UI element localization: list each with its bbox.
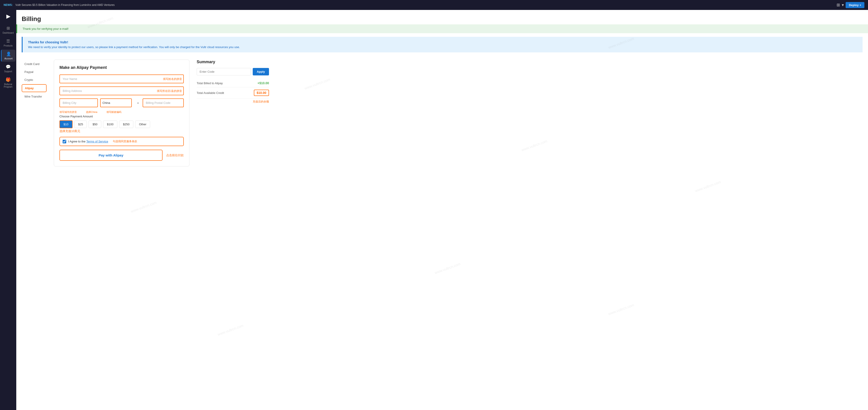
nav-alipay[interactable]: Alipay (22, 84, 46, 92)
sidebar-label-support: Support (4, 70, 12, 73)
dashboard-icon: ⊞ (6, 26, 10, 31)
name-field-group: 填写姓名的拼音 (59, 74, 184, 83)
page-title: Billing (22, 15, 863, 23)
summary-title: Summary (197, 60, 269, 64)
sidebar-label-dashboard: Dashboard (3, 32, 14, 34)
sidebar-item-referral[interactable]: 🎁 Referral Program (1, 75, 16, 90)
summary-row-billed: Total Billed to Alipay +$10.00 (197, 79, 269, 88)
address-input[interactable] (59, 87, 184, 95)
nav-credit-card[interactable]: Credit Card (22, 61, 46, 68)
pay-button[interactable]: Pay with Alipay (59, 150, 162, 161)
summary-panel: Summary Apply Total Billed to Alipay +$1… (197, 60, 269, 166)
amount-btn-25[interactable]: $25 (74, 121, 87, 128)
nav-crypto[interactable]: Crypto (22, 76, 46, 83)
sidebar-label-account: Account (4, 57, 12, 60)
topbar: NEWS: Vultr Secures $3.5 Billion Valuati… (0, 0, 868, 10)
postal-input[interactable] (143, 98, 184, 107)
support-icon: 💬 (6, 64, 11, 69)
payment-nav: Credit Card Paypal Crypto Alipay Wire Tr… (22, 60, 46, 166)
tos-row: I Agree to the Terms of Service 勾选我同意服务条… (59, 137, 184, 146)
amount-btn-other[interactable]: Other (135, 121, 150, 128)
tos-annotation: 勾选我同意服务条款 (113, 139, 137, 143)
referral-icon: 🎁 (6, 77, 11, 82)
code-row: Apply (197, 68, 269, 75)
tos-checkbox[interactable] (63, 140, 66, 143)
billed-value: +$10.00 (257, 81, 269, 85)
sidebar-item-account[interactable]: 👤 Account (1, 50, 16, 62)
balance-note: 充值后的余额 (197, 100, 269, 104)
sidebar-item-dashboard[interactable]: ⊞ Dashboard (1, 24, 16, 36)
amount-btn-100[interactable]: $100 (103, 121, 117, 128)
content-area: Credit Card Paypal Crypto Alipay Wire Tr… (16, 56, 868, 170)
grid-icon[interactable]: ⊞ (837, 2, 840, 7)
address-field-group: 填写所在区/县的拼音 (59, 87, 184, 95)
info-box-body: We need to verify your identity to prote… (28, 45, 857, 49)
email-verified-alert: Thank you for verifying your e-mail! (16, 24, 868, 33)
topbar-left: NEWS: Vultr Secures $3.5 Billion Valuati… (4, 3, 115, 6)
promo-code-input[interactable] (197, 68, 251, 75)
country-select[interactable]: China United States Other (100, 98, 132, 107)
name-input[interactable] (59, 74, 184, 83)
amount-btn-250[interactable]: $250 (119, 121, 133, 128)
billed-label: Total Billed to Alipay (197, 81, 223, 85)
amount-btn-50[interactable]: $50 (89, 121, 101, 128)
sidebar-item-products[interactable]: ☰ Products (1, 37, 16, 49)
nav-wire-transfer[interactable]: Wire Transfer (22, 93, 46, 100)
nav-paypal[interactable]: Paypal (22, 68, 46, 75)
credit-label: Total Available Credit (197, 91, 224, 95)
topbar-right: ⊞ ▾ Deploy + (837, 2, 864, 8)
deploy-button[interactable]: Deploy + (846, 2, 864, 8)
sidebar-logo[interactable]: ▶ (6, 13, 10, 20)
amount-buttons: $10 $25 $50 $100 $250 Other (59, 120, 184, 128)
location-row: China United States Other ▾ (59, 98, 184, 107)
info-box: Thanks for choosing Vultr! We need to ve… (22, 37, 863, 53)
apply-button[interactable]: Apply (253, 68, 269, 75)
alipay-form-title: Make an Alipay Payment (59, 65, 184, 70)
sidebar: ▶ ⊞ Dashboard ☰ Products 👤 Account 💬 Sup… (0, 10, 16, 410)
page-header: Billing (16, 10, 868, 24)
pay-annotation: 点击前往付款 (166, 153, 184, 157)
alipay-form: Make an Alipay Payment 填写姓名的拼音 填写所在区/县的拼… (54, 60, 189, 166)
credit-value: $10.00 (254, 90, 269, 96)
news-text: Vultr Secures $3.5 Billion Valuation in … (16, 3, 115, 6)
amount-section: Choose Payment Amount $10 $25 $50 $100 $… (59, 115, 184, 133)
select-arrow-icon: ▾ (137, 102, 138, 104)
account-icon: 👤 (6, 52, 11, 57)
info-box-title: Thanks for choosing Vultr! (28, 40, 857, 44)
tos-label: I Agree to the Terms of Service (68, 140, 108, 143)
products-icon: ☰ (6, 39, 10, 43)
amount-annotation: 选择充值10美元 (59, 129, 184, 133)
news-badge: NEWS: (4, 3, 13, 6)
city-input[interactable] (59, 98, 98, 107)
sidebar-item-support[interactable]: 💬 Support (1, 63, 16, 74)
row-annotations: 填写城市的拼音 选择China 填写邮政编码 (59, 110, 184, 114)
main-content: Billing Thank you for verifying your e-m… (16, 10, 868, 410)
amount-label: Choose Payment Amount (59, 115, 184, 118)
sidebar-label-products: Products (4, 44, 12, 47)
amount-btn-10[interactable]: $10 (59, 120, 72, 128)
chevron-down-icon[interactable]: ▾ (842, 2, 844, 7)
tos-link[interactable]: Terms of Service (86, 140, 108, 143)
sidebar-label-referral: Referral Program (2, 83, 14, 88)
summary-row-credit: Total Available Credit $10.00 (197, 88, 269, 98)
